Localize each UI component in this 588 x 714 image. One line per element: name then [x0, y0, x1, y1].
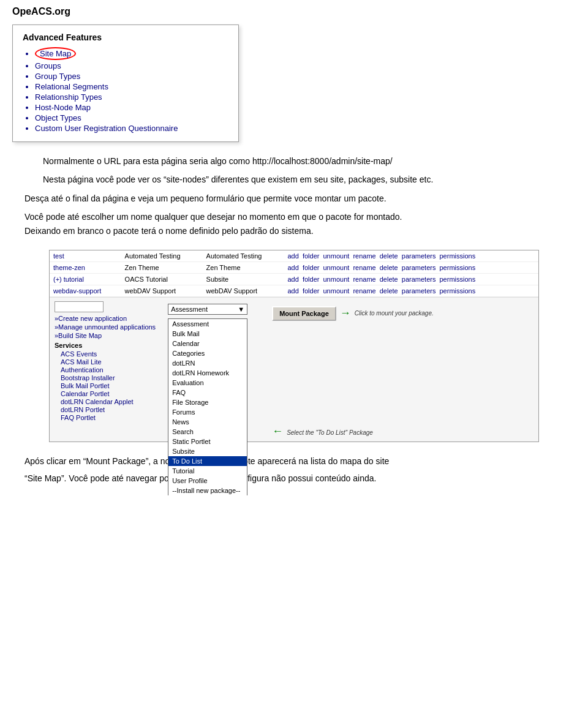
cell-name: test [50, 250, 121, 262]
service-faq-portlet[interactable]: FAQ Portlet [55, 414, 156, 421]
dropdown-option-static-portlet[interactable]: Static Portlet [168, 437, 247, 446]
data-table-section: test Automated Testing Automated Testing… [50, 250, 538, 297]
service-acs-events[interactable]: ACS Events [55, 350, 156, 358]
cell-actions[interactable]: add folder unmount rename delete paramet… [284, 261, 538, 273]
select-hint-wrapper: ← Select the "To Do List" Package [272, 425, 373, 438]
arrow-right-icon: → [340, 307, 351, 320]
dropdown-option-search[interactable]: Search [168, 427, 247, 437]
mount-panel: Mount Package → Click to mount your pack… [272, 304, 434, 438]
new-app-input[interactable] [55, 301, 104, 312]
bottom-paragraph-2: “Site Map”. Você pode até navegar por el… [24, 472, 564, 485]
table-row: theme-zen Zen Theme Zen Theme add folder… [50, 261, 538, 273]
feature-item-relational-segments[interactable]: Relational Segments [35, 82, 228, 91]
site-map-table: test Automated Testing Automated Testing… [50, 250, 538, 297]
cell-col2: webDAV Support [121, 285, 203, 296]
bottom-paragraph-1: Após clicar em “Mount Package”, a nova i… [24, 454, 564, 468]
dropdown-container: Assessment ▼ [168, 304, 254, 315]
paragraph-2: Nesta página você pode ver os “site-node… [43, 173, 576, 186]
dropdown-option-tutorial[interactable]: Tutorial [168, 466, 247, 476]
table-row: webdav-support webDAV Support webDAV Sup… [50, 285, 538, 296]
paragraph-3: Desça até o final da página e veja um pe… [24, 192, 564, 205]
feature-item-host-node-map[interactable]: Host-Node Map [35, 103, 228, 112]
service-bulk-mail[interactable]: Bulk Mail Portlet [55, 382, 156, 389]
dropdown-arrow-icon: ▼ [238, 306, 244, 313]
features-list: Site Map Groups Group Types Relational S… [23, 47, 228, 133]
dropdown-option-file-storage[interactable]: File Storage [168, 397, 247, 407]
cell-name: (+) tutorial [50, 273, 121, 285]
click-hint-text: Click to mount your package. [355, 310, 434, 317]
service-bootstrap[interactable]: Bootstrap Installer [55, 374, 156, 381]
service-calendar[interactable]: Calendar Portlet [55, 390, 156, 397]
service-authentication[interactable]: Authentication [55, 366, 156, 374]
dropdown-list[interactable]: Assessment Bulk Mail Calendar Categories… [168, 318, 247, 495]
dropdown-option-evaluation[interactable]: Evaluation [168, 378, 247, 388]
cell-col3: webDAV Support [203, 285, 284, 296]
service-dotlrn-portlet[interactable]: dotLRN Portlet [55, 406, 156, 413]
cell-actions[interactable]: add folder unmount rename delete paramet… [284, 250, 538, 262]
paragraph-1: Normalmente o URL para esta página seria… [43, 154, 576, 168]
left-panel: »Create new application »Manage unmounte… [55, 301, 156, 422]
cell-name: theme-zen [50, 261, 121, 273]
bottom-controls: »Create new application »Manage unmounte… [50, 297, 538, 442]
dropdown-option-todo[interactable]: To Do List [168, 456, 247, 466]
cell-col3: Zen Theme [203, 261, 284, 273]
service-dotlrn-calendar[interactable]: dotLRN Calendar Applet [55, 398, 156, 405]
center-panel: Assessment ▼ Assessment Bulk Mail Calend… [168, 301, 254, 315]
cell-col2: Zen Theme [121, 261, 203, 273]
select-hint-text: Select the "To Do List" Package [287, 429, 373, 436]
dropdown-option-install-new[interactable]: --Install new package-- [168, 486, 247, 495]
build-site-map-link[interactable]: »Build Site Map [55, 332, 156, 339]
cell-col2: Automated Testing [121, 250, 203, 262]
table-row: (+) tutorial OACS Tutorial Subsite add f… [50, 273, 538, 285]
box-title: Advanced Features [23, 32, 228, 42]
main-text-block: Normalmente o URL para esta página seria… [43, 154, 576, 187]
feature-item-sitemap[interactable]: Site Map [35, 47, 228, 60]
site-title: OpeACS.org [12, 6, 576, 17]
paragraph-4: Você pode até escolher um nome qualquer … [24, 210, 564, 224]
cell-col3: Subsite [203, 273, 284, 285]
dropdown-option-assessment[interactable]: Assessment [168, 319, 247, 329]
dropdown-option-dotlrn[interactable]: dotLRN [168, 358, 247, 368]
feature-item-groups[interactable]: Groups [35, 61, 228, 70]
dropdown-option-forums[interactable]: Forums [168, 407, 247, 417]
dropdown-selected-label: Assessment [171, 306, 208, 313]
dropdown-option-user-profile[interactable]: User Profile [168, 476, 247, 486]
manage-unmounted-link[interactable]: »Manage unmounted applications [55, 323, 156, 331]
highlighted-item: Site Map [35, 47, 76, 60]
dropdown-option-subsite[interactable]: Subsite [168, 446, 247, 456]
second-screenshot: test Automated Testing Automated Testing… [49, 250, 539, 442]
advanced-features-box: Advanced Features Site Map Groups Group … [12, 24, 239, 142]
paragraph-5: Deixando em branco o pacote terá o nome … [24, 224, 564, 238]
dropdown-option-calendar[interactable]: Calendar [168, 339, 247, 348]
feature-item-object-types[interactable]: Object Types [35, 113, 228, 122]
cell-name: webdav-support [50, 285, 121, 296]
table-row: test Automated Testing Automated Testing… [50, 250, 538, 262]
feature-item-group-types[interactable]: Group Types [35, 72, 228, 81]
bottom-text-block: Após clicar em “Mount Package”, a nova i… [24, 454, 564, 486]
mount-btn-wrapper: Mount Package → Click to mount your pack… [272, 306, 434, 321]
services-label: Services [55, 342, 156, 349]
cell-actions[interactable]: add folder unmount rename delete paramet… [284, 285, 538, 296]
dropdown-option-dotlrn-homework[interactable]: dotLRN Homework [168, 368, 247, 378]
feature-item-custom-user[interactable]: Custom User Registration Questionnaire [35, 124, 228, 133]
dropdown-option-bulk-mail[interactable]: Bulk Mail [168, 329, 247, 339]
create-new-app-link[interactable]: »Create new application [55, 315, 156, 322]
cell-actions[interactable]: add folder unmount rename delete paramet… [284, 273, 538, 285]
dropdown-option-categories[interactable]: Categories [168, 348, 247, 358]
cell-col3: Automated Testing [203, 250, 284, 262]
cell-col2: OACS Tutorial [121, 273, 203, 285]
dropdown-header[interactable]: Assessment ▼ [168, 304, 247, 315]
mount-package-button[interactable]: Mount Package [272, 306, 336, 321]
service-acs-mail[interactable]: ACS Mail Lite [55, 358, 156, 366]
dropdown-option-faq[interactable]: FAQ [168, 388, 247, 397]
dropdown-option-news[interactable]: News [168, 417, 247, 427]
arrow-left-icon: ← [272, 425, 283, 438]
feature-item-relationship-types[interactable]: Relationship Types [35, 92, 228, 102]
